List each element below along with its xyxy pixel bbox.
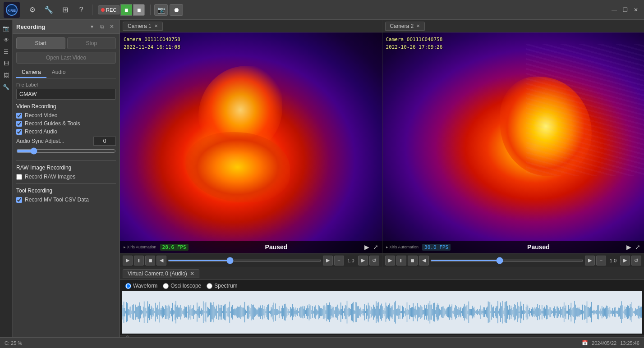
spectrum-radio-label[interactable]: Spectrum [207, 283, 237, 289]
record-tool-label: Record MV Tool CSV Data [25, 197, 89, 203]
svg-rect-64 [175, 301, 176, 324]
audio-sync-slider[interactable] [16, 147, 116, 155]
snapshot-button[interactable]: 📷 [154, 4, 168, 16]
svg-rect-140 [243, 307, 243, 317]
audio-tab[interactable]: Virtual Camera 0 (Audio) ✕ [123, 269, 199, 278]
camera2-expand-icon[interactable]: ⤢ [635, 243, 640, 251]
svg-rect-368 [444, 308, 444, 316]
sidebar-icon-eye[interactable]: 👁 [1, 35, 11, 45]
camera1-tab[interactable]: Camera 1 ✕ [123, 22, 163, 31]
svg-rect-180 [278, 310, 278, 314]
camera1-tab-close[interactable]: ✕ [154, 23, 158, 28]
cam2-play-btn[interactable]: ▶ [385, 256, 395, 266]
panel-close-button[interactable]: ✕ [108, 23, 116, 31]
cam2-speed-minus[interactable]: − [596, 256, 606, 266]
file-label-input[interactable] [16, 89, 116, 100]
svg-rect-527 [584, 305, 584, 320]
camera1-expand-icon[interactable]: ⤢ [373, 243, 378, 251]
sidebar-icon-camera[interactable]: 📷 [1, 23, 11, 33]
camera2-tab-close[interactable]: ✕ [416, 23, 420, 28]
record-video-checkbox[interactable] [16, 113, 22, 119]
oscilloscope-radio-label[interactable]: Oscilloscope [163, 283, 201, 289]
sidebar-icon-image[interactable]: 🖼 [1, 70, 11, 80]
cam1-play-btn[interactable]: ▶ [123, 256, 133, 266]
camera1-play-icon[interactable]: ▶ [364, 243, 369, 251]
sidebar-icon-tools[interactable]: 🔧 [1, 82, 11, 92]
sidebar-icon-film[interactable]: 🎞 [1, 59, 11, 69]
audio-mode-row: Waveform Oscilloscope Spectrum [120, 282, 644, 291]
svg-rect-530 [587, 301, 587, 323]
help-button[interactable]: ? [74, 3, 88, 17]
start-button[interactable]: Start [16, 37, 65, 49]
grid-button[interactable]: ⊞ [58, 3, 72, 17]
svg-rect-587 [637, 309, 637, 316]
svg-rect-497 [557, 307, 558, 318]
camera1-pane: Camera 1 ✕ Camera_00111C040758 2022-11-2… [120, 20, 382, 267]
audio-tab-close[interactable]: ✕ [190, 270, 194, 277]
cam2-next-btn[interactable]: ▶ [585, 256, 595, 266]
cam1-pause-btn[interactable]: ⏸ [134, 256, 144, 266]
panel-float-button[interactable]: ⧉ [98, 23, 106, 31]
panel-pin-button[interactable]: ▾ [88, 23, 96, 31]
svg-rect-215 [309, 304, 309, 320]
camera2-tab[interactable]: Camera 2 ✕ [385, 22, 425, 31]
close-button[interactable]: ✕ [631, 5, 640, 14]
cam2-prev-btn[interactable]: ◀ [419, 256, 429, 266]
record-tool-checkbox[interactable] [16, 197, 22, 203]
svg-rect-564 [616, 311, 617, 314]
svg-rect-40 [154, 311, 155, 313]
svg-rect-22 [138, 306, 139, 319]
svg-rect-182 [280, 311, 280, 314]
record-audio-row: Record Audio [16, 128, 116, 135]
cam1-refresh-btn[interactable]: ↺ [369, 256, 379, 266]
cam1-timeline-slider[interactable] [168, 260, 322, 261]
svg-rect-270 [357, 306, 358, 318]
cam1-speed-minus[interactable]: − [334, 256, 344, 266]
record-audio-checkbox[interactable] [16, 129, 22, 135]
cam1-next-btn[interactable]: ▶ [323, 256, 333, 266]
camera2-pane: Camera 2 ✕ Camera_00111C040758 2022-10-2… [382, 20, 644, 267]
cam2-refresh-btn[interactable]: ↺ [631, 256, 641, 266]
sidebar-icon-layers[interactable]: ☰ [1, 47, 11, 57]
waveform-radio-label[interactable]: Waveform [125, 283, 157, 289]
cam1-prev-btn[interactable]: ◀ [156, 256, 166, 266]
spectrum-radio[interactable] [207, 283, 212, 289]
rec-stop-button[interactable]: ■ [133, 4, 145, 16]
oscilloscope-radio[interactable] [163, 283, 169, 289]
svg-rect-6 [124, 308, 125, 316]
tools-button[interactable]: 🔧 [41, 3, 56, 17]
svg-rect-350 [428, 303, 428, 321]
cam2-timeline-slider[interactable] [430, 260, 584, 261]
rec-start-button[interactable]: ■ [120, 4, 132, 16]
tool-recording-title: Tool Recording [16, 188, 116, 194]
rec-video-button[interactable]: ⏺ [170, 4, 183, 16]
cam1-speed-plus[interactable]: ▶ [358, 256, 368, 266]
cam1-stop-btn[interactable]: ⏹ [145, 256, 155, 266]
svg-rect-122 [227, 308, 227, 317]
svg-rect-299 [383, 310, 383, 314]
restore-button[interactable]: ❐ [621, 5, 630, 14]
cam2-stop-btn[interactable]: ⏹ [408, 256, 418, 266]
svg-rect-212 [306, 308, 307, 316]
svg-rect-70 [181, 308, 181, 316]
audio-sync-input[interactable] [93, 137, 116, 146]
svg-rect-66 [177, 305, 178, 319]
svg-rect-163 [263, 309, 263, 315]
svg-rect-241 [332, 307, 332, 318]
minimize-button[interactable]: — [610, 5, 619, 14]
waveform-radio[interactable] [125, 283, 131, 289]
settings-button[interactable]: ⚙ [25, 3, 40, 17]
svg-rect-259 [348, 309, 348, 316]
tab-camera[interactable]: Camera [16, 67, 46, 78]
cam2-pause-btn[interactable]: ⏸ [396, 256, 406, 266]
camera1-timestamp: 2022-11-24 16:11:08 [124, 44, 180, 51]
svg-rect-279 [365, 311, 366, 313]
cam2-speed-plus[interactable]: ▶ [620, 256, 630, 266]
record-guides-checkbox[interactable] [16, 121, 22, 127]
tab-audio[interactable]: Audio [46, 67, 71, 78]
camera2-play-icon[interactable]: ▶ [626, 243, 631, 251]
svg-rect-474 [537, 304, 538, 320]
svg-rect-61 [173, 310, 173, 314]
record-raw-checkbox[interactable] [16, 174, 22, 180]
svg-rect-568 [620, 306, 621, 319]
